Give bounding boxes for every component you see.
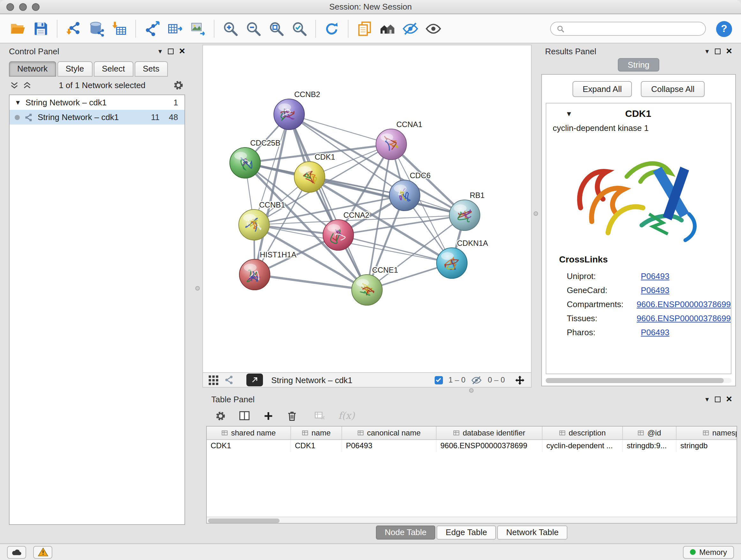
tab-node-table[interactable]: Node Table: [376, 525, 435, 539]
network-node-cdc25b[interactable]: CDC25B: [230, 138, 280, 178]
splitter-handle[interactable]: [469, 388, 474, 393]
network-canvas[interactable]: CCNB2CCNA1CDC25BCDK1CDC6RB1CCNB1CCNA2CDK…: [203, 45, 531, 372]
column-header[interactable]: namespace: [677, 427, 737, 439]
tab-select[interactable]: Select: [93, 61, 133, 77]
panel-menu-button[interactable]: ▾: [158, 48, 162, 55]
panel-menu-button[interactable]: ▾: [705, 395, 709, 402]
import-network-database-button[interactable]: [85, 17, 108, 40]
selected-checkbox-icon[interactable]: [434, 376, 443, 384]
add-column-plus-icon[interactable]: [263, 410, 274, 421]
zoom-fit-button[interactable]: [265, 17, 288, 40]
tab-edge-table[interactable]: Edge Table: [437, 525, 496, 539]
import-network-file-button[interactable]: [62, 17, 85, 40]
cell-database-identifier[interactable]: 9606.ENSP00000378699: [436, 440, 542, 452]
collapse-all-icon[interactable]: [23, 81, 31, 89]
zoom-out-button[interactable]: [242, 17, 265, 40]
help-button[interactable]: ?: [716, 21, 732, 37]
network-node-ccna1[interactable]: CCNA1: [376, 120, 422, 160]
splitter-handle[interactable]: [195, 286, 200, 291]
collapse-gene-icon[interactable]: ▼: [565, 110, 572, 117]
string-results-tab[interactable]: String: [617, 58, 660, 71]
network-collection-row[interactable]: ▼ String Network – cdk1 1: [10, 95, 185, 110]
hidden-eye-slash-icon[interactable]: [471, 374, 482, 385]
zoom-selected-button[interactable]: [288, 17, 311, 40]
expand-all-icon[interactable]: [10, 81, 18, 89]
column-header[interactable]: name: [291, 427, 342, 439]
panel-close-button[interactable]: ×: [726, 46, 732, 56]
compartments-link[interactable]: 9606.ENSP00000378699: [636, 299, 731, 309]
cell-id[interactable]: stringdb:9...: [623, 440, 677, 452]
panel-float-button[interactable]: [715, 48, 720, 54]
zoom-in-button[interactable]: [219, 17, 242, 40]
pharos-link[interactable]: P06493: [641, 327, 670, 337]
cloud-button[interactable]: [7, 546, 26, 558]
collapse-all-button[interactable]: Collapse All: [641, 81, 705, 97]
grid-icon[interactable]: [209, 375, 218, 385]
search-input[interactable]: [569, 24, 699, 33]
panel-float-button[interactable]: [167, 48, 173, 54]
export-network-button[interactable]: [140, 17, 163, 40]
export-image-button[interactable]: [186, 17, 209, 40]
table-settings-gear-icon[interactable]: [215, 410, 226, 421]
warning-button[interactable]: [33, 546, 52, 558]
column-header[interactable]: shared name: [207, 427, 291, 439]
panel-float-button[interactable]: [715, 396, 720, 402]
export-table-button[interactable]: [163, 17, 186, 40]
network-edge[interactable]: [289, 114, 367, 290]
genecard-link[interactable]: P06493: [641, 285, 670, 295]
network-node-hist1h1a[interactable]: HIST1H1A: [239, 250, 296, 290]
network-edge[interactable]: [289, 114, 391, 144]
panel-close-button[interactable]: ×: [726, 394, 732, 404]
share-view-icon[interactable]: [224, 375, 234, 385]
window-minimize-button[interactable]: [19, 3, 27, 11]
hide-selected-button[interactable]: [399, 17, 422, 40]
tissues-link[interactable]: 9606.ENSP00000378699: [636, 313, 731, 323]
network-node-cdk1[interactable]: CDK1: [294, 152, 335, 192]
delete-trash-icon[interactable]: [286, 410, 297, 421]
window-close-button[interactable]: [6, 3, 14, 11]
show-columns-icon[interactable]: [239, 410, 250, 422]
panel-close-button[interactable]: ×: [179, 46, 185, 56]
network-node-ccnb2[interactable]: CCNB2: [274, 90, 320, 130]
duplicate-network-button[interactable]: [353, 17, 376, 40]
import-table-button[interactable]: [108, 17, 131, 40]
column-header[interactable]: canonical name: [342, 427, 436, 439]
column-header[interactable]: description: [542, 427, 623, 439]
window-zoom-button[interactable]: [32, 3, 40, 11]
cell-canonical-name[interactable]: P06493: [342, 440, 436, 452]
gene-card-header[interactable]: ▼ CDK1: [546, 104, 731, 121]
tab-style[interactable]: Style: [57, 61, 92, 77]
panel-menu-button[interactable]: ▾: [705, 48, 709, 55]
save-session-button[interactable]: [29, 17, 52, 40]
results-horizontal-scrollbar[interactable]: [546, 378, 731, 383]
disclosure-triangle-icon[interactable]: ▼: [15, 99, 21, 106]
network-node-rb1[interactable]: RB1: [449, 191, 485, 231]
birdseye-view-button[interactable]: [376, 17, 399, 40]
uniprot-link[interactable]: P06493: [641, 271, 670, 281]
cell-shared-name[interactable]: CDK1: [207, 440, 291, 452]
cell-name[interactable]: CDK1: [291, 440, 342, 452]
open-view-button[interactable]: [246, 374, 263, 386]
node-label-cdc25b: CDC25B: [250, 138, 280, 147]
network-edge[interactable]: [255, 274, 367, 290]
tab-sets[interactable]: Sets: [134, 61, 167, 77]
network-row[interactable]: String Network – cdk1 11 48: [10, 110, 185, 125]
gear-icon[interactable]: [173, 79, 184, 90]
expand-all-button[interactable]: Expand All: [572, 81, 632, 97]
cell-description[interactable]: cyclin-dependent ...: [542, 440, 623, 452]
tab-network[interactable]: Network: [9, 61, 56, 77]
memory-button[interactable]: Memory: [683, 546, 734, 558]
column-header[interactable]: @id: [623, 427, 677, 439]
move-crosshair-icon[interactable]: [515, 374, 525, 385]
column-header[interactable]: database identifier: [436, 427, 542, 439]
table-horizontal-scrollbar[interactable]: [207, 516, 737, 523]
network-graph[interactable]: CCNB2CCNA1CDC25BCDK1CDC6RB1CCNB1CCNA2CDK…: [203, 45, 531, 370]
splitter-handle[interactable]: [534, 211, 538, 216]
open-session-button[interactable]: [6, 17, 29, 40]
cell-namespace[interactable]: stringdb: [677, 440, 737, 452]
show-all-button[interactable]: [422, 17, 445, 40]
tab-network-table[interactable]: Network Table: [497, 525, 567, 539]
table-row[interactable]: CDK1 CDK1 P06493 9606.ENSP00000378699 cy…: [207, 440, 737, 452]
network-node-cdkn1a[interactable]: CDKN1A: [436, 239, 488, 278]
apply-layout-button[interactable]: [320, 17, 343, 40]
